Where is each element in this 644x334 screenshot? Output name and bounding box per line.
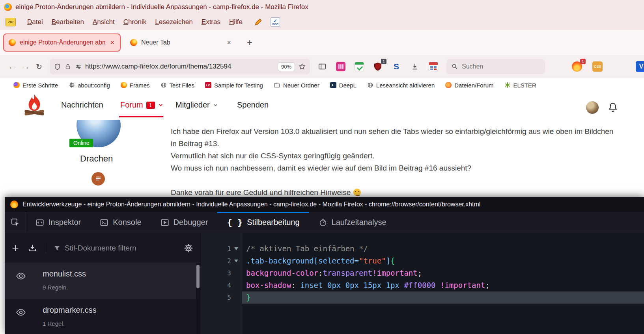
- tab-laufzeitanalyse[interactable]: Laufzeitanalyse: [309, 212, 396, 233]
- code-area[interactable]: /* aktiven Tab einfärben */ .tab-backgro…: [242, 233, 644, 334]
- css-editor[interactable]: 1 2 3 4 5: [200, 233, 644, 334]
- chevron-down-icon: [158, 102, 163, 108]
- tab-bar: einige Proton-Änderungen abm × Neuer Tab…: [0, 30, 644, 55]
- bookmark-test-files[interactable]: Test Files: [161, 82, 194, 89]
- filter-field[interactable]: [53, 244, 175, 252]
- tab-inspektor[interactable]: Inspektor: [26, 212, 90, 233]
- ublock-extension-icon[interactable]: 1: [372, 61, 384, 72]
- sidebar-icon[interactable]: [316, 61, 328, 72]
- site-header: Nachrichten Forum 1 Mitglieder Spenden: [0, 92, 644, 120]
- url-text[interactable]: https://www.camp-firefox.de/forum/thema/…: [85, 63, 274, 71]
- tab-debugger[interactable]: Debugger: [151, 212, 218, 233]
- menu-datei[interactable]: Datei: [23, 16, 47, 28]
- stylesheet-list-panel: menulist.css 9 Regeln. dropmarker.css 1 …: [5, 233, 200, 334]
- menu-chronik[interactable]: Chronik: [119, 16, 151, 28]
- visibility-icon[interactable]: [16, 307, 26, 317]
- line-number: 1: [219, 245, 231, 252]
- close-icon[interactable]: ×: [226, 39, 232, 46]
- tab-camp-firefox[interactable]: einige Proton-Änderungen abm ×: [3, 33, 121, 52]
- tab-konsole[interactable]: Konsole: [90, 212, 151, 233]
- bookmark-label: Erste Schritte: [22, 82, 58, 89]
- status-badge: Online: [69, 139, 93, 147]
- filter-input[interactable]: [65, 244, 163, 252]
- star-icon[interactable]: [298, 63, 306, 71]
- reload-icon[interactable]: ↻: [32, 62, 46, 71]
- bookmark-sample-for-testing[interactable]: LC Sample for Testing: [205, 82, 263, 89]
- tab-label: Konsole: [113, 218, 141, 227]
- download-icon[interactable]: [409, 61, 421, 72]
- bookmark-dateien-forum[interactable]: Dateien/Forum: [445, 82, 493, 89]
- fold-arrow-icon[interactable]: [234, 247, 239, 251]
- menu-lesezeichen[interactable]: Lesezeichen: [151, 16, 197, 28]
- validator-icon[interactable]: ✓ WJC: [271, 17, 280, 27]
- stylus-extension-icon[interactable]: S: [390, 61, 402, 72]
- scrollbar-thumb[interactable]: [196, 265, 200, 288]
- code-line-active[interactable]: }: [242, 291, 644, 304]
- new-tab-button[interactable]: +: [247, 37, 252, 48]
- code-line[interactable]: .tab-background[selected="true"]{: [242, 255, 644, 267]
- grid-extension-icon[interactable]: [427, 61, 439, 72]
- visibility-icon[interactable]: [16, 271, 26, 281]
- site-nav-spenden[interactable]: Spenden: [237, 100, 269, 109]
- dateien-forum-icon: [445, 82, 452, 88]
- tab-stilbearbeitung[interactable]: { } Stilbearbeitung: [217, 212, 309, 233]
- menu-ansicht[interactable]: Ansicht: [88, 16, 119, 28]
- code-line[interactable]: box-shadow: inset 0px 0px 15px 1px #ff00…: [242, 279, 644, 291]
- back-icon[interactable]: ←: [6, 62, 19, 71]
- bookmark-neuer-ordner[interactable]: Neuer Ordner: [274, 82, 319, 89]
- container-extension-icon[interactable]: [335, 61, 347, 72]
- window-title: einige Proton-Änderungen abmildern - Ind…: [15, 3, 308, 11]
- bookmark-deepl[interactable]: DeepL: [330, 82, 357, 89]
- shield-icon[interactable]: [54, 63, 61, 71]
- menu-extras[interactable]: Extras: [197, 16, 225, 28]
- styleeditor-panel: menulist.css 9 Regeln. dropmarker.css 1 …: [5, 233, 644, 334]
- zip-addon-icon[interactable]: ZIP: [6, 18, 16, 26]
- menu-hilfe[interactable]: Hilfe: [225, 16, 247, 28]
- flame-extension-icon[interactable]: 1: [571, 55, 583, 78]
- post-paragraph: Wo muss ich nun nachbessern, damit es wi…: [171, 162, 620, 174]
- v-extension-icon[interactable]: V: [636, 55, 644, 78]
- search-input[interactable]: [462, 63, 529, 70]
- permissions-icon[interactable]: [75, 63, 82, 71]
- css-extension-icon[interactable]: CSS: [592, 55, 603, 78]
- forward-icon[interactable]: →: [19, 62, 32, 71]
- import-stylesheet-icon[interactable]: [28, 243, 37, 253]
- zoom-indicator[interactable]: 90%: [278, 62, 295, 71]
- pencil-icon[interactable]: [253, 17, 263, 27]
- bookmark-frames[interactable]: Frames: [121, 82, 150, 89]
- tab-label: Inspektor: [49, 218, 81, 227]
- search-bar[interactable]: [446, 59, 545, 74]
- post-body: Ich habe den Firefox auf Version 103.0 a…: [171, 125, 620, 199]
- firefox-icon: [4, 3, 12, 11]
- tab-neuer-tab[interactable]: Neuer Tab ×: [125, 33, 237, 52]
- element-picker-icon[interactable]: [5, 212, 26, 233]
- message-icon[interactable]: [91, 172, 105, 186]
- site-nav-nachrichten[interactable]: Nachrichten: [61, 100, 103, 109]
- options-gear-icon[interactable]: [183, 243, 194, 253]
- url-bar[interactable]: https://www.camp-firefox.de/forum/thema/…: [50, 59, 310, 74]
- code-line[interactable]: /* aktiven Tab einfärben */: [242, 243, 644, 255]
- menu-bearbeiten[interactable]: Bearbeiten: [47, 16, 88, 28]
- site-nav-forum[interactable]: Forum 1: [120, 100, 163, 109]
- close-icon[interactable]: ×: [109, 39, 115, 46]
- check-extension-icon[interactable]: [353, 61, 365, 72]
- stylesheet-name: menulist.css: [43, 269, 200, 278]
- flame-extension-badge: 1: [580, 59, 586, 64]
- performance-icon: [319, 218, 327, 227]
- fold-arrow-icon[interactable]: [234, 259, 239, 263]
- stylesheet-item-dropmarker[interactable]: dropmarker.css 1 Regel.: [5, 299, 200, 334]
- bell-icon[interactable]: [607, 102, 618, 113]
- stylesheet-item-menulist[interactable]: menulist.css 9 Regeln.: [5, 263, 200, 299]
- bookmark-about-config[interactable]: about:config: [69, 82, 110, 89]
- avatar[interactable]: [586, 101, 599, 114]
- campfire-logo[interactable]: [22, 93, 47, 118]
- lock-icon[interactable]: [64, 63, 71, 70]
- bookmark-elster[interactable]: ELSTER: [504, 82, 536, 89]
- site-nav-mitglieder[interactable]: Mitglieder: [175, 100, 218, 109]
- line-number: 2: [219, 257, 231, 265]
- scrollbar[interactable]: [196, 263, 200, 334]
- bookmark-leseansicht[interactable]: Leseansicht aktivieren: [367, 82, 435, 89]
- bookmark-erste-schritte[interactable]: Erste Schritte: [13, 82, 58, 89]
- code-line[interactable]: background-color:transparent!important;: [242, 267, 644, 279]
- new-stylesheet-icon[interactable]: [11, 244, 20, 252]
